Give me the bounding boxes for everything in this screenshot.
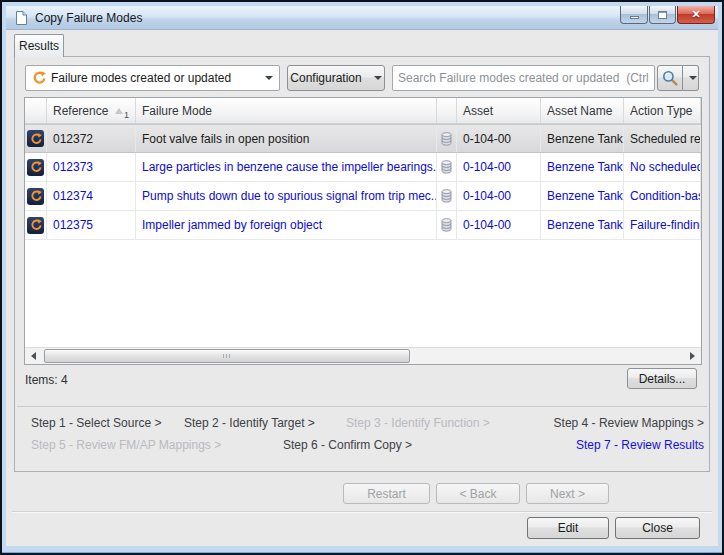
copy-document-icon	[13, 10, 29, 26]
database-icon	[440, 217, 453, 233]
arrow-right-icon	[690, 352, 695, 360]
database-icon	[440, 159, 453, 175]
table-row[interactable]: 012374 Pump shuts down due to spurious s…	[25, 182, 701, 211]
scrollbar-track[interactable]	[42, 348, 684, 364]
table-row[interactable]: 012372 Foot valve fails in open position…	[25, 124, 701, 153]
header-failure-mode[interactable]: Failure Mode	[136, 98, 437, 123]
restart-button: Restart	[343, 483, 430, 504]
cell-asset-name[interactable]: Benzene Tank Sy...	[541, 125, 624, 152]
step-6-confirm-copy[interactable]: Step 6 - Confirm Copy >	[283, 438, 412, 452]
chevron-down-icon	[689, 76, 697, 80]
failure-mode-row-icon	[27, 159, 44, 176]
window-title: Copy Failure Modes	[35, 11, 142, 25]
results-panel: Failure modes created or updated Configu…	[14, 56, 710, 472]
failure-mode-row-icon	[27, 130, 44, 147]
table-header-row: Reference 1 Failure Mode Asset Asset Nam…	[25, 98, 701, 124]
cell-asset[interactable]: 0-104-00	[457, 153, 541, 181]
items-count-label: Items: 4	[25, 373, 68, 387]
wizard-steps: Step 1 - Select Source > Step 2 - Identi…	[15, 407, 709, 471]
scroll-left-button[interactable]	[25, 348, 42, 364]
cell-reference[interactable]: 012374	[47, 182, 136, 210]
cell-action-type[interactable]: Condition-bas	[624, 182, 701, 210]
failure-mode-row-icon	[27, 217, 44, 234]
back-button: < Back	[436, 483, 520, 504]
step-4-review-mappings[interactable]: Step 4 - Review Mappings >	[554, 416, 704, 430]
search-button[interactable]	[657, 65, 683, 91]
header-action-type[interactable]: Action Type	[624, 98, 701, 123]
edit-button[interactable]: Edit	[527, 517, 609, 539]
step-5-review-fmap-mappings: Step 5 - Review FM/AP Mappings >	[31, 438, 221, 452]
header-icon-column[interactable]	[25, 98, 47, 123]
step-2-identify-target[interactable]: Step 2 - Identify Target >	[184, 416, 315, 430]
failure-mode-row-icon	[27, 188, 44, 205]
configuration-button-label: Configuration	[290, 71, 361, 85]
copy-failure-modes-dialog: Copy Failure Modes ✕ Results Failure mod…	[0, 0, 724, 555]
title-bar: Copy Failure Modes ✕	[6, 6, 718, 30]
scroll-right-button[interactable]	[684, 348, 701, 364]
cell-action-type[interactable]: No scheduled	[624, 153, 701, 181]
chevron-down-icon	[265, 76, 273, 80]
maximize-button[interactable]	[649, 6, 676, 24]
sort-order-number: 1	[124, 110, 129, 123]
cell-asset-name[interactable]: Benzene Tank Sy...	[541, 182, 624, 210]
close-button[interactable]: Close	[615, 517, 700, 539]
cell-reference[interactable]: 012373	[47, 153, 136, 181]
cell-failure-mode[interactable]: Pump shuts down due to spurious signal f…	[136, 182, 437, 210]
maximize-icon	[658, 11, 667, 19]
configuration-button[interactable]: Configuration	[287, 65, 385, 91]
dialog-body: Results Failure modes created or updated…	[6, 30, 718, 546]
cell-asset[interactable]: 0-104-00	[457, 182, 541, 210]
database-icon	[440, 188, 453, 204]
horizontal-scrollbar[interactable]	[25, 347, 701, 364]
database-icon	[440, 131, 453, 147]
table-row[interactable]: 012373 Large particles in benzene cause …	[25, 153, 701, 182]
cell-asset[interactable]: 0-104-00	[457, 125, 541, 152]
scrollbar-thumb[interactable]	[44, 349, 410, 363]
cell-reference[interactable]: 012372	[47, 125, 136, 152]
filter-dropdown-value: Failure modes created or updated	[51, 71, 260, 85]
cell-asset-name[interactable]: Benzene Tank Sy...	[541, 211, 624, 239]
step-3-identify-function: Step 3 - Identify Function >	[346, 416, 490, 430]
cell-failure-mode[interactable]: Large particles in benzene cause the imp…	[136, 153, 437, 181]
cell-asset[interactable]: 0-104-00	[457, 211, 541, 239]
sort-ascending-icon	[115, 108, 123, 114]
table-row[interactable]: 012375 Impeller jammed by foreign object…	[25, 211, 701, 240]
toolbar: Failure modes created or updated Configu…	[25, 65, 699, 91]
close-window-button[interactable]: ✕	[677, 6, 715, 24]
step-1-select-source[interactable]: Step 1 - Select Source >	[31, 416, 161, 430]
filter-dropdown[interactable]: Failure modes created or updated	[25, 65, 280, 91]
arrow-left-icon	[31, 352, 36, 360]
table-empty-area	[25, 240, 701, 347]
chevron-down-icon	[374, 76, 382, 80]
cell-action-type[interactable]: Scheduled res	[624, 125, 701, 152]
cell-failure-mode[interactable]: Foot valve fails in open position	[136, 125, 437, 152]
cell-action-type[interactable]: Failure-finding	[624, 211, 701, 239]
search-options-button[interactable]	[683, 65, 699, 91]
tab-results[interactable]: Results	[14, 34, 64, 57]
sync-circular-arrow-icon	[32, 71, 46, 85]
header-reference[interactable]: Reference 1	[47, 98, 136, 123]
step-7-review-results: Step 7 - Review Results	[576, 438, 704, 452]
header-asset[interactable]: Asset	[457, 98, 541, 123]
minimize-button[interactable]	[620, 6, 648, 24]
header-asset-name[interactable]: Asset Name	[541, 98, 624, 123]
cell-failure-mode[interactable]: Impeller jammed by foreign object	[136, 211, 437, 239]
minimize-icon	[630, 16, 639, 19]
footer-divider	[12, 511, 712, 513]
details-button[interactable]: Details...	[627, 368, 697, 389]
next-button: Next >	[526, 483, 609, 504]
close-icon: ✕	[691, 9, 700, 20]
results-table: Reference 1 Failure Mode Asset Asset Nam…	[24, 97, 702, 365]
header-asset-icon-column[interactable]	[437, 98, 457, 123]
search-input[interactable]	[392, 65, 655, 91]
cell-asset-name[interactable]: Benzene Tank Sy...	[541, 153, 624, 181]
magnifier-icon	[662, 70, 678, 86]
cell-reference[interactable]: 012375	[47, 211, 136, 239]
